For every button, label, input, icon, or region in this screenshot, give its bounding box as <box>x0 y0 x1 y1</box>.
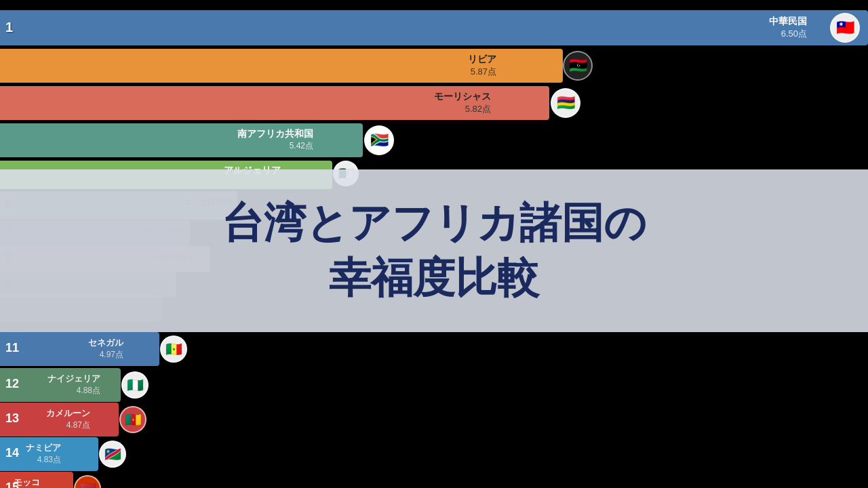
rank-14: 14 <box>5 446 19 460</box>
rank-13: 13 <box>5 411 19 426</box>
flag-3: 🇲🇺 <box>551 88 580 118</box>
flag-14: 🇳🇦 <box>99 441 126 468</box>
flag-11: 🇸🇳 <box>160 336 187 363</box>
bar-1 <box>0 10 868 45</box>
chart-container: 1 中華民国 6.50点 🇹🇼 リビア 5.87点 🇱🇾 モーリシャス 5.82… <box>0 0 868 488</box>
flag-2: 🇱🇾 <box>563 51 593 81</box>
label-11: セネガル 4.97点 <box>88 337 123 361</box>
label-12: ナイジェリア 4.88点 <box>47 373 100 396</box>
bar-row-4: 南アフリカ共和国 5.42点 🇿🇦 <box>0 123 868 157</box>
title-overlay: 台湾とアフリカ諸国の 幸福度比較 <box>0 169 868 332</box>
label-13: カメルーン 4.87点 <box>46 407 90 431</box>
flag-4: 🇿🇦 <box>364 125 394 155</box>
bar-row-14: 14 ナミビア 4.83点 🇳🇦 <box>0 437 868 471</box>
label-14: ナミビア 4.83点 <box>26 442 61 466</box>
flag-12: 🇳🇬 <box>121 371 149 399</box>
rank-12: 12 <box>5 377 19 391</box>
bar-row-13: 13 カメルーン 4.87点 🇨🇲 <box>0 403 868 436</box>
flag-1: 🇹🇼 <box>830 13 860 43</box>
bar-row-1: 1 中華民国 6.50点 🇹🇼 <box>0 10 868 45</box>
country-label-1: 中華民国 6.50点 <box>769 16 807 40</box>
bar-row-2: リビア 5.87点 🇱🇾 <box>0 49 868 83</box>
bar-row-3: モーリシャス 5.82点 🇲🇺 <box>0 86 868 120</box>
rank-11: 11 <box>5 341 19 355</box>
bar-row-12: 12 ナイジェリア 4.88点 🇳🇬 <box>0 368 868 402</box>
flag-13: 🇨🇲 <box>119 406 146 433</box>
country-label-2: リビア 5.87点 <box>468 54 496 78</box>
title-text: 台湾とアフリカ諸国の 幸福度比較 <box>222 196 646 305</box>
flag-15: 🇲🇦 <box>74 475 101 488</box>
bar-row-11: 11 セネガル 4.97点 🇸🇳 <box>0 332 868 366</box>
country-label-3: モーリシャス 5.82点 <box>434 91 491 115</box>
bar-row-15: 15 モッコ 4.79点 🇲🇦 <box>0 472 868 488</box>
rank-1: 1 <box>5 20 13 35</box>
label-15: モッコ 4.79点 <box>14 476 40 488</box>
country-label-4: 南アフリカ共和国 5.42点 <box>237 128 313 152</box>
